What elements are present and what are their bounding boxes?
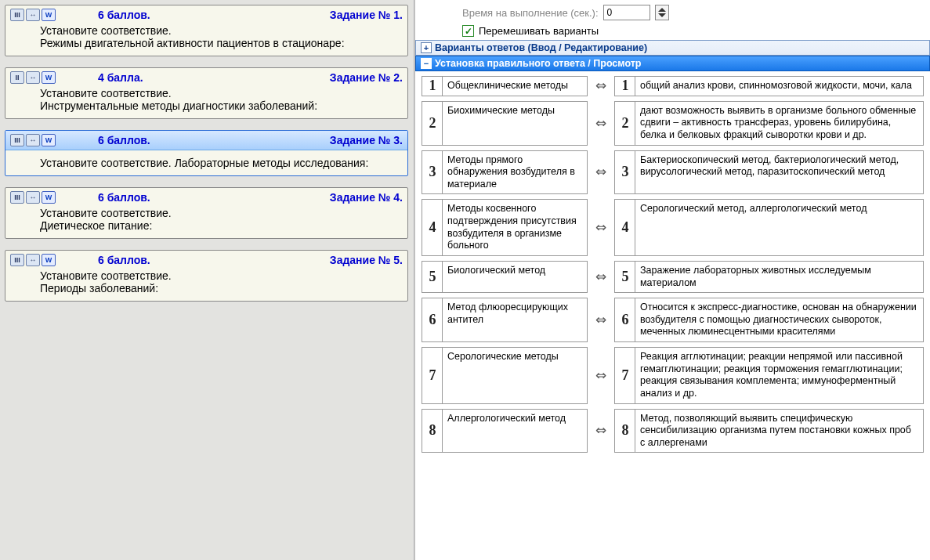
word-icon[interactable]: W bbox=[42, 71, 56, 84]
right-definition[interactable]: Серологический метод, аллергологический … bbox=[635, 199, 924, 256]
match-row: 4Методы косвенного подтверждения присутс… bbox=[422, 199, 924, 256]
link-arrow-icon[interactable]: ⇔ bbox=[588, 261, 614, 293]
match-row: 3Методы прямого обнаружения возбудителя … bbox=[422, 150, 924, 195]
link-arrow-icon[interactable]: ⇔ bbox=[588, 101, 614, 146]
expand-icon[interactable]: ↔ bbox=[26, 254, 40, 266]
left-term[interactable]: Аллергологический метод bbox=[442, 409, 588, 453]
link-arrow-icon[interactable]: ⇔ bbox=[588, 199, 614, 256]
left-index: 1 bbox=[422, 76, 442, 96]
match-row: 2Биохимические методы⇔2дают возможность … bbox=[422, 101, 924, 146]
left-term[interactable]: Общеклинические методы bbox=[442, 76, 588, 96]
shuffle-label: Перемешивать варианты bbox=[479, 25, 599, 37]
right-index: 2 bbox=[614, 101, 635, 146]
task-number: Задание № 1. bbox=[330, 9, 403, 21]
left-index: 7 bbox=[422, 347, 442, 404]
left-index: 4 bbox=[422, 199, 442, 256]
left-index: 3 bbox=[422, 150, 442, 195]
match-row: 6Метод флюоресцирующих антител⇔6Относитс… bbox=[422, 298, 924, 342]
right-definition[interactable]: дают возможность выявить в организме бол… bbox=[635, 101, 924, 146]
task-points: 6 баллов. bbox=[98, 191, 150, 204]
expand-icon[interactable]: + bbox=[421, 42, 432, 53]
task-points: 6 баллов. bbox=[98, 9, 150, 21]
editor-pane: Время на выполнение (сек.): ✓ Перемешива… bbox=[414, 0, 930, 560]
right-index: 7 bbox=[614, 347, 635, 404]
task-card[interactable]: III↔W6 баллов.Задание № 4.Установите соо… bbox=[5, 187, 408, 239]
left-index: 6 bbox=[422, 298, 442, 342]
link-arrow-icon[interactable]: ⇔ bbox=[588, 298, 614, 342]
link-arrow-icon[interactable]: ⇔ bbox=[588, 347, 614, 404]
task-text: Установите соответствие.Режимы двигатель… bbox=[10, 21, 403, 49]
task-points: 6 баллов. bbox=[98, 134, 150, 146]
section-answer-title: Установка правильного ответа / Просмотр bbox=[435, 58, 641, 69]
level-icon: III bbox=[10, 254, 24, 266]
section-variants-header[interactable]: + Варианты ответов (Ввод / Редактировани… bbox=[415, 40, 930, 56]
answer-key-area: 1Общеклинические методы⇔1общий анализ кр… bbox=[415, 71, 930, 465]
task-card[interactable]: II↔W4 балла.Задание № 2.Установите соотв… bbox=[5, 67, 408, 119]
task-text: Установите соответствие.Инструментальные… bbox=[10, 84, 403, 112]
left-term[interactable]: Методы косвенного подтверждения присутст… bbox=[442, 199, 588, 256]
word-icon[interactable]: W bbox=[42, 134, 56, 146]
task-number: Задание № 2. bbox=[330, 71, 403, 84]
expand-icon[interactable]: ↔ bbox=[26, 71, 40, 84]
link-arrow-icon[interactable]: ⇔ bbox=[588, 409, 614, 453]
match-row: 7Серологические методы⇔7Реакция агглютин… bbox=[422, 347, 924, 404]
right-definition[interactable]: общий анализ крови, спинномозговой жидко… bbox=[635, 76, 924, 96]
match-row: 1Общеклинические методы⇔1общий анализ кр… bbox=[422, 76, 924, 96]
right-definition[interactable]: Метод, позволяющий выявить специфическую… bbox=[635, 409, 924, 453]
task-points: 6 баллов. bbox=[98, 254, 150, 266]
task-points: 4 балла. bbox=[98, 71, 143, 84]
section-answer-header[interactable]: − Установка правильного ответа / Просмот… bbox=[415, 56, 930, 71]
left-term[interactable]: Методы прямого обнаружения возбудителя в… bbox=[442, 150, 588, 195]
level-icon: III bbox=[10, 134, 24, 146]
right-index: 1 bbox=[614, 76, 635, 96]
task-text: Установите соответствие. Лабораторные ме… bbox=[10, 154, 403, 169]
task-text: Установите соответствие.Диетическое пита… bbox=[10, 204, 403, 232]
task-list-pane: III↔W6 баллов.Задание № 1.Установите соо… bbox=[0, 0, 414, 560]
left-index: 5 bbox=[422, 261, 442, 293]
collapse-icon[interactable]: − bbox=[421, 58, 432, 69]
right-index: 5 bbox=[614, 261, 635, 293]
task-number: Задание № 5. bbox=[330, 254, 403, 266]
time-label: Время на выполнение (сек.): bbox=[462, 7, 599, 19]
word-icon[interactable]: W bbox=[42, 254, 56, 266]
left-term[interactable]: Серологические методы bbox=[442, 347, 588, 404]
section-variants-title: Варианты ответов (Ввод / Редактирование) bbox=[435, 42, 647, 53]
level-icon: II bbox=[10, 71, 24, 84]
match-row: 5Биологический метод⇔5Заражение лаборато… bbox=[422, 261, 924, 293]
link-arrow-icon[interactable]: ⇔ bbox=[588, 150, 614, 195]
right-index: 6 bbox=[614, 298, 635, 342]
time-spinner[interactable] bbox=[655, 5, 669, 20]
right-definition[interactable]: Бактериоскопический метод, бактериологич… bbox=[635, 150, 924, 195]
word-icon[interactable]: W bbox=[42, 191, 56, 204]
task-card[interactable]: III↔W6 баллов.Задание № 5.Установите соо… bbox=[5, 250, 408, 302]
right-index: 4 bbox=[614, 199, 635, 256]
right-index: 3 bbox=[614, 150, 635, 195]
expand-icon[interactable]: ↔ bbox=[26, 191, 40, 204]
task-number: Задание № 4. bbox=[330, 191, 403, 204]
left-term[interactable]: Метод флюоресцирующих антител bbox=[442, 298, 588, 342]
level-icon: III bbox=[10, 9, 24, 21]
task-number: Задание № 3. bbox=[330, 134, 403, 146]
expand-icon[interactable]: ↔ bbox=[26, 134, 40, 146]
task-card[interactable]: III↔W6 баллов.Задание № 1.Установите соо… bbox=[5, 5, 408, 56]
left-term[interactable]: Биохимические методы bbox=[442, 101, 588, 146]
word-icon[interactable]: W bbox=[42, 9, 56, 21]
expand-icon[interactable]: ↔ bbox=[26, 9, 40, 21]
right-definition[interactable]: Реакция агглютинации; реакции непрямой и… bbox=[635, 347, 924, 404]
time-input[interactable] bbox=[603, 5, 650, 20]
task-text: Установите соответствие.Периоды заболева… bbox=[10, 266, 403, 294]
level-icon: III bbox=[10, 191, 24, 204]
task-settings: Время на выполнение (сек.): ✓ Перемешива… bbox=[415, 0, 930, 40]
left-term[interactable]: Биологический метод bbox=[442, 261, 588, 293]
left-index: 8 bbox=[422, 409, 442, 453]
link-arrow-icon[interactable]: ⇔ bbox=[588, 76, 614, 96]
right-index: 8 bbox=[614, 409, 635, 453]
right-definition[interactable]: Относится к экспресс-диагностике, основа… bbox=[635, 298, 924, 342]
right-definition[interactable]: Заражение лабораторных животных исследуе… bbox=[635, 261, 924, 293]
task-card[interactable]: III↔W6 баллов.Задание № 3.Установите соо… bbox=[5, 130, 408, 176]
shuffle-checkbox[interactable]: ✓ bbox=[462, 25, 474, 37]
match-row: 8Аллергологический метод⇔8Метод, позволя… bbox=[422, 409, 924, 453]
left-index: 2 bbox=[422, 101, 442, 146]
